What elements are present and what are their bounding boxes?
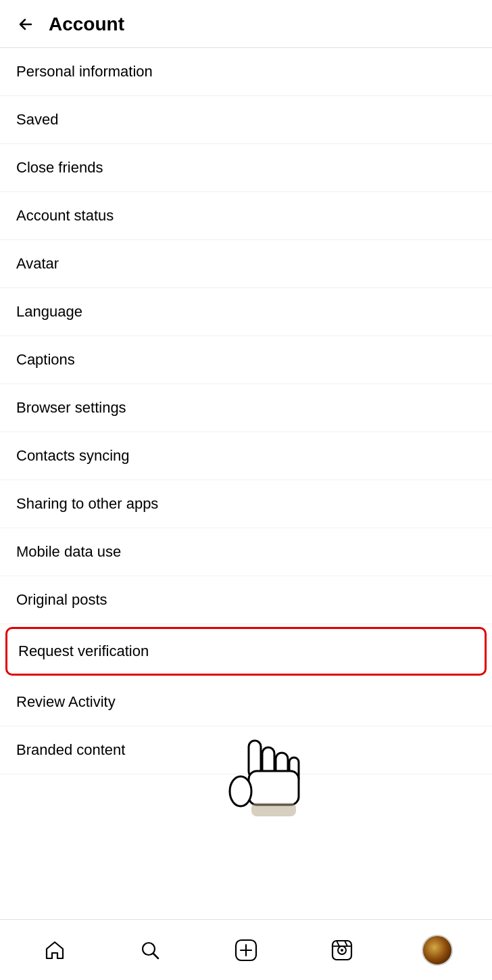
bottom-nav (0, 919, 492, 980)
menu-item-contacts-syncing[interactable]: Contacts syncing (0, 432, 492, 480)
search-icon (139, 939, 161, 961)
back-button[interactable] (14, 12, 38, 37)
menu-item-language[interactable]: Language (0, 288, 492, 336)
content-area: Personal information Saved Close friends… (0, 48, 492, 919)
menu-item-sharing-to-other-apps[interactable]: Sharing to other apps (0, 480, 492, 528)
header: Account (0, 0, 492, 48)
svg-point-14 (341, 949, 343, 952)
add-icon (235, 939, 257, 962)
menu-item-mobile-data-use[interactable]: Mobile data use (0, 528, 492, 576)
svg-line-17 (345, 941, 347, 946)
menu-item-account-status[interactable]: Account status (0, 192, 492, 240)
svg-line-16 (337, 941, 339, 946)
menu-item-browser-settings[interactable]: Browser settings (0, 384, 492, 432)
home-icon (44, 939, 66, 961)
nav-profile[interactable] (417, 930, 458, 971)
menu-item-captions[interactable]: Captions (0, 336, 492, 384)
menu-item-personal-information[interactable]: Personal information (0, 48, 492, 96)
nav-home[interactable] (34, 930, 75, 971)
menu-item-close-friends[interactable]: Close friends (0, 144, 492, 192)
menu-item-review-activity[interactable]: Review Activity (0, 678, 492, 726)
nav-add[interactable] (226, 930, 266, 971)
menu-item-branded-content[interactable]: Branded content (0, 726, 492, 774)
menu-item-avatar[interactable]: Avatar (0, 240, 492, 288)
menu-item-saved[interactable]: Saved (0, 96, 492, 144)
nav-reels[interactable] (322, 930, 362, 971)
menu-item-original-posts[interactable]: Original posts (0, 576, 492, 624)
reels-icon (331, 939, 353, 961)
menu-item-request-verification[interactable]: Request verification (5, 627, 487, 676)
menu-list: Personal information Saved Close friends… (0, 48, 492, 774)
profile-avatar (422, 935, 453, 966)
svg-line-8 (153, 954, 158, 958)
page-title: Account (49, 14, 124, 35)
nav-search[interactable] (130, 930, 170, 971)
